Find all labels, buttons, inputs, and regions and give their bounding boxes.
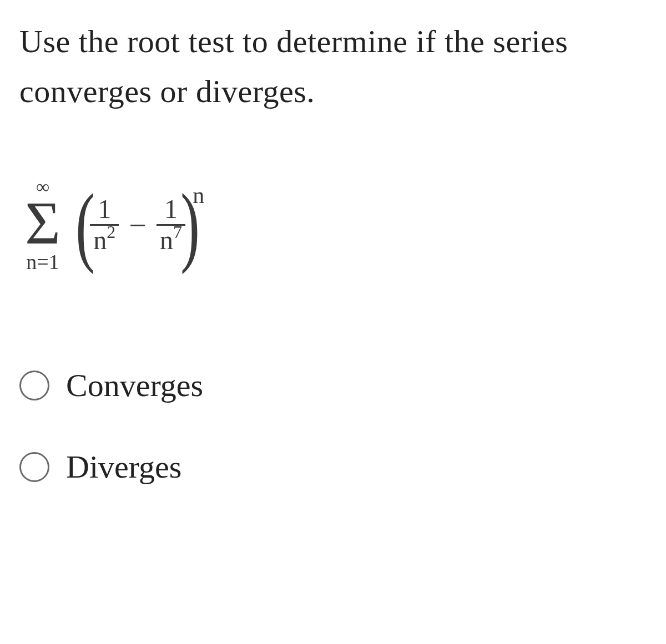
frac1-numerator: 1 <box>91 195 118 224</box>
radio-icon[interactable] <box>19 452 49 482</box>
option-converges[interactable]: Converges <box>19 367 647 404</box>
option-diverges[interactable]: Diverges <box>19 448 647 485</box>
inner-expression: 1 n2 − 1 n7 <box>90 195 185 255</box>
minus-sign: − <box>129 207 147 243</box>
options-group: Converges Diverges <box>19 367 647 485</box>
paren-group: ( 1 n2 − 1 n7 ) n <box>70 192 204 258</box>
option-label: Converges <box>66 367 203 404</box>
question-text: Use the root test to determine if the se… <box>19 17 647 116</box>
option-label: Diverges <box>66 448 181 485</box>
formula: ∞ Σ n=1 ( 1 n2 − 1 n7 ) n <box>25 178 647 273</box>
sigma-lower-bound: n=1 <box>26 251 59 272</box>
sigma-block: ∞ Σ n=1 <box>25 178 60 273</box>
outer-exponent: n <box>193 182 204 209</box>
radio-icon[interactable] <box>19 371 49 400</box>
left-paren: ( <box>75 192 95 258</box>
sigma-symbol: Σ <box>25 197 60 250</box>
